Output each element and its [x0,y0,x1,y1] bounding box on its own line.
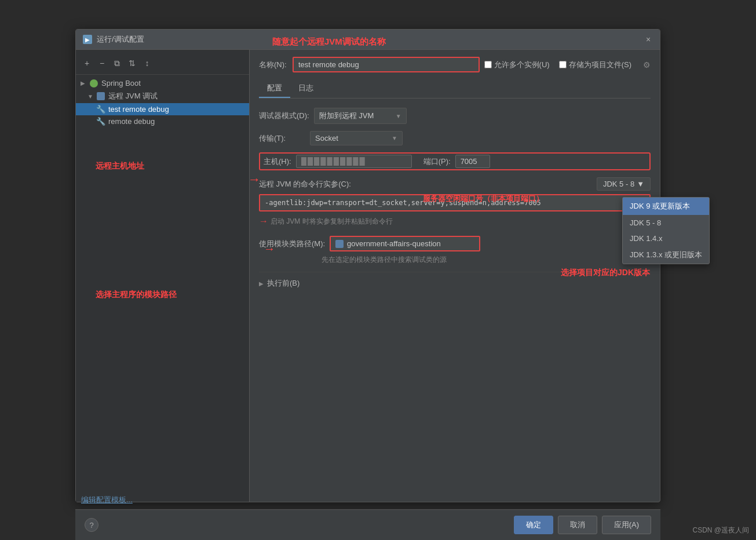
before-launch-header[interactable]: ▶ 执行前(B) [259,278,651,289]
copy-arrow-icon: → [259,216,268,227]
move-config-button[interactable]: ⇅ [126,57,138,70]
name-label: 名称(N): [259,60,288,70]
dialog-title-text: 运行/调试配置 [97,34,144,45]
host-input[interactable] [296,155,412,168]
store-project-label: 存储为项目文件(S) [569,60,631,70]
transport-row: 传输(T): Socket ▼ [259,131,651,145]
debugger-mode-row: 调试器模式(D): 附加到远程 JVM ▼ [259,108,651,124]
dialog-title-left: ▶ 运行/调试配置 [83,34,144,45]
module-icon [335,240,344,248]
port-input[interactable] [455,155,490,168]
right-checkboxes: 允许多个实例(U) 存储为项目文件(S) ⚙ [484,60,651,70]
tab-config[interactable]: 配置 [259,79,290,98]
jvm-args-label: 远程 JVM 的命令行实参(C): [259,179,351,189]
sort-config-button[interactable]: ↕ [141,57,154,70]
copy-config-button[interactable]: ⧉ [111,57,123,70]
jdk-version-arrow: ▼ [637,180,644,188]
jdk-version-button[interactable]: JDK 5 - 8 ▼ [597,177,651,191]
copy-hint-text: 启动 JVM 时将实参复制并粘贴到命令行 [271,217,393,227]
module-hint-text: 先在选定的模块类路径中搜索调试类的源 [322,255,651,265]
dialog-footer: ? 确定 取消 应用(A) [75,509,660,540]
debugger-mode-arrow: ▼ [396,113,401,119]
allow-multiple-checkbox[interactable] [484,61,492,68]
close-button[interactable]: × [644,35,653,44]
jdk-option-2[interactable]: JDK 5 - 8 [623,215,709,231]
config-tabs: 配置 日志 [259,79,651,98]
module-path-label: 使用模块类路径(M): [259,239,325,249]
dialog-titlebar: ▶ 运行/调试配置 × [76,30,660,50]
jdk-version-label: JDK 5 - 8 [603,180,634,188]
jdk-option-1[interactable]: JDK 9 或更新版本 [623,198,709,215]
debugger-mode-value: 附加到远程 JVM [319,111,374,121]
before-launch-section: ▶ 执行前(B) [259,272,651,289]
name-row: 名称(N): 允许多个实例(U) 存储为项目文件(S) ⚙ [259,57,651,72]
tree-arrow-springboot: ▶ [81,80,87,86]
remote-jvm-icon [97,92,105,100]
transport-label: 传输(T): [259,133,305,144]
spring-icon [90,79,98,87]
debugger-mode-select[interactable]: 附加到远程 JVM ▼ [314,108,407,124]
config-right-panel: 名称(N): 允许多个实例(U) 存储为项目文件(S) ⚙ [250,50,660,502]
jdk-option-4[interactable]: JDK 1.3.x 或更旧版本 [623,246,709,264]
module-path-input[interactable]: government-affairs-question [330,236,480,251]
help-button[interactable]: ? [85,518,98,532]
config-item-2-label: remote debug [108,117,155,126]
before-launch-arrow: ▶ [259,280,264,287]
module-path-row: 使用模块类路径(M): government-affairs-question [259,236,651,251]
copy-hint: → 启动 JVM 时将实参复制并粘贴到命令行 [259,216,651,227]
name-input[interactable] [293,57,480,72]
module-path-value: government-affairs-question [347,239,441,248]
tree-arrow-remote-jvm: ▼ [87,93,94,100]
config-left-panel: + − ⧉ ⇅ ↕ ▶ Spring Boot ▼ 远程 JVM 调试 [76,50,250,502]
dialog-icon: ▶ [83,35,92,44]
allow-multiple-checkbox-label[interactable]: 允许多个实例(U) [484,60,550,70]
store-project-checkbox-label[interactable]: 存储为项目文件(S) [559,60,631,70]
cancel-button[interactable]: 取消 [558,516,597,534]
jdk-option-3[interactable]: JDK 1.4.x [623,231,709,246]
port-label: 端口(P): [423,156,451,167]
tree-item-remote-debug[interactable]: 🔧 remote debug [76,115,249,127]
remove-config-button[interactable]: − [96,57,108,70]
springboot-label: Spring Boot [101,79,141,87]
remote-jvm-label: 远程 JVM 调试 [108,91,158,101]
apply-button[interactable]: 应用(A) [602,516,651,534]
tab-log[interactable]: 日志 [290,79,322,98]
tree-item-remote-jvm[interactable]: ▼ 远程 JVM 调试 [76,89,249,103]
before-launch-label: 执行前(B) [267,278,300,289]
transport-select[interactable]: Socket ▼ [310,131,403,145]
tree-item-springboot[interactable]: ▶ Spring Boot [76,77,249,89]
jdk-version-dropdown: JDK 9 或更新版本JDK 5 - 8JDK 1.4.xJDK 1.3.x 或… [622,197,710,264]
watermark: CSDN @遥夜人间 [692,526,749,535]
host-label: 主机(H): [264,156,291,167]
config-item-1-label: test remote debug [108,105,169,114]
store-project-checkbox[interactable] [559,61,567,68]
allow-multiple-label: 允许多个实例(U) [494,60,550,70]
host-port-row: 主机(H): 端口(P): [259,152,651,170]
debugger-mode-label: 调试器模式(D): [259,111,309,121]
transport-arrow: ▼ [392,135,397,141]
jvm-args-input[interactable] [259,194,651,211]
config-icon-2: 🔧 [97,118,105,126]
config-toolbar: + − ⧉ ⇅ ↕ [76,54,249,75]
run-debug-config-dialog: ▶ 运行/调试配置 × + − ⧉ ⇅ ↕ ▶ Spring Boo [75,29,660,502]
jvm-args-header: 远程 JVM 的命令行实参(C): JDK 5 - 8 ▼ [259,177,651,191]
config-icon-1: 🔧 [97,105,105,114]
tree-item-test-remote-debug[interactable]: 🔧 test remote debug [76,103,249,115]
transport-value: Socket [315,134,338,143]
settings-gear-icon[interactable]: ⚙ [643,60,651,70]
add-config-button[interactable]: + [81,57,93,70]
ok-button[interactable]: 确定 [514,516,553,534]
edit-template-link[interactable]: 编辑配置模板... [81,495,133,505]
